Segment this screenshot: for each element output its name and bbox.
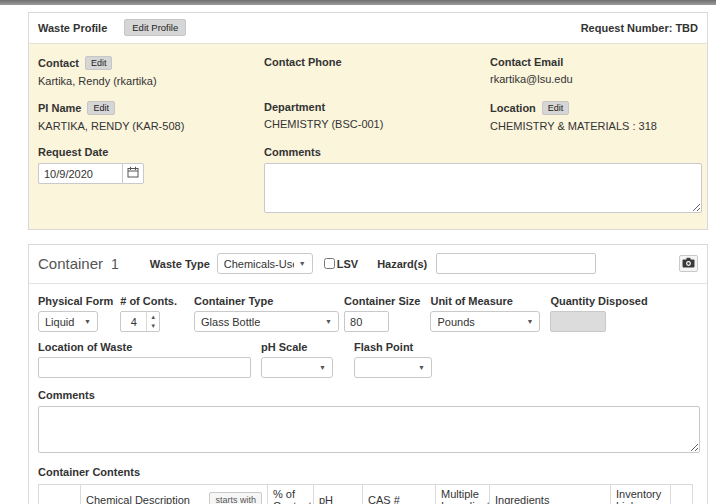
location-of-waste-field: Location of Waste — [38, 341, 251, 378]
waste-type-label: Waste Type — [150, 258, 210, 270]
hazards-label: Hazard(s) — [377, 258, 427, 270]
flash-point-field: Flash Point ▼ — [354, 341, 432, 378]
quantity-disposed-label: Quantity Disposed — [550, 295, 647, 307]
profile-comments-textarea[interactable] — [264, 163, 702, 213]
spinner-up-icon[interactable]: ▲ — [147, 312, 159, 322]
container-comments-label: Comments — [38, 389, 698, 401]
container-header: Container 1 Waste Type Chemicals-Used ▼ … — [29, 245, 707, 284]
contact-phone-field: Contact Phone — [264, 56, 490, 87]
spinner-down-icon[interactable]: ▼ — [147, 322, 159, 332]
department-field: Department CHEMISTRY (BSC-001) — [264, 101, 490, 132]
camera-icon — [682, 256, 695, 271]
profile-comments-label: Comments — [264, 146, 321, 158]
ph-scale-select[interactable]: ▼ — [261, 357, 333, 378]
chevron-down-icon: ▼ — [325, 318, 332, 325]
location-label: Location — [490, 102, 536, 114]
waste-profile-header: Waste Profile Edit Profile Request Numbe… — [29, 13, 707, 43]
edit-profile-button[interactable]: Edit Profile — [124, 19, 186, 36]
num-conts-value: 4 — [121, 312, 146, 331]
request-date-input[interactable] — [38, 163, 122, 184]
container-type-field: Container Type Glass Bottle ▼ — [194, 295, 339, 332]
container-comments-textarea[interactable] — [38, 406, 700, 453]
container-body: Physical Form Liquid ▼ # of Conts. 4 ▲ ▼… — [29, 284, 707, 504]
container-size-label: Container Size — [344, 295, 420, 307]
location-edit-button[interactable]: Edit — [542, 101, 570, 115]
profile-comments-field: Comments — [264, 146, 698, 213]
top-divider-bar — [0, 0, 716, 5]
flash-point-select[interactable]: ▼ — [354, 357, 432, 378]
container-type-label: Container Type — [194, 295, 339, 307]
location-of-waste-input[interactable] — [38, 357, 251, 378]
waste-type-value: Chemicals-Used — [224, 258, 294, 270]
container-panel: Container 1 Waste Type Chemicals-Used ▼ … — [28, 244, 708, 504]
physical-form-value: Liquid — [45, 316, 79, 328]
container-type-value: Glass Bottle — [201, 316, 320, 328]
column-header-percent-of-content: % of Content — [268, 485, 314, 504]
calendar-button[interactable] — [122, 163, 144, 184]
physical-form-select[interactable]: Liquid ▼ — [38, 311, 98, 332]
num-conts-label: # of Conts. — [120, 295, 177, 307]
waste-type-select[interactable]: Chemicals-Used ▼ — [217, 253, 313, 274]
location-of-waste-label: Location of Waste — [38, 341, 251, 353]
contact-value: Kartika, Rendy (rkartika) — [38, 75, 264, 87]
table-scrollbar-header — [671, 485, 693, 504]
column-header-cas: CAS # — [363, 485, 436, 504]
waste-profile-panel: Waste Profile Edit Profile Request Numbe… — [28, 12, 708, 230]
contact-email-value: rkartika@lsu.edu — [490, 73, 698, 85]
unit-of-measure-value: Pounds — [437, 316, 521, 328]
container-type-select[interactable]: Glass Bottle ▼ — [194, 311, 339, 332]
pi-name-label: PI Name — [38, 102, 81, 114]
starts-with-button[interactable]: starts with — [209, 492, 262, 504]
unit-of-measure-label: Unit of Measure — [430, 295, 540, 307]
container-title: Container — [38, 255, 103, 272]
unit-of-measure-field: Unit of Measure Pounds ▼ — [430, 295, 540, 332]
flash-point-label: Flash Point — [354, 341, 432, 353]
chevron-down-icon: ▼ — [527, 318, 534, 325]
num-conts-stepper[interactable]: 4 ▲ ▼ — [120, 311, 160, 332]
camera-button[interactable] — [679, 255, 698, 272]
num-conts-field: # of Conts. 4 ▲ ▼ — [120, 295, 177, 332]
location-value: CHEMISTRY & MATERIALS : 318 — [490, 120, 698, 132]
location-field: Location Edit CHEMISTRY & MATERIALS : 31… — [490, 101, 698, 132]
request-date-label: Request Date — [38, 146, 108, 158]
table-header-row: Chemical Description starts with % of Co… — [39, 485, 693, 504]
physical-form-field: Physical Form Liquid ▼ — [38, 295, 113, 332]
column-header-inventory-link: Inventory Link — [611, 485, 671, 504]
unit-of-measure-select[interactable]: Pounds ▼ — [430, 311, 540, 332]
department-value: CHEMISTRY (BSC-001) — [264, 118, 490, 130]
ph-scale-label: pH Scale — [261, 341, 333, 353]
lsv-checkbox[interactable] — [324, 258, 335, 269]
contact-email-label: Contact Email — [490, 56, 563, 68]
container-contents-label: Container Contents — [38, 466, 698, 478]
contact-label: Contact — [38, 57, 79, 69]
chevron-down-icon: ▼ — [299, 260, 306, 267]
hazards-input[interactable] — [436, 253, 596, 274]
chevron-down-icon: ▼ — [319, 364, 326, 371]
pi-name-field: PI Name Edit KARTIKA, RENDY (KAR-508) — [38, 101, 264, 132]
quantity-disposed-field: Quantity Disposed — [550, 295, 647, 332]
column-header-chemical-description: Chemical Description starts with — [81, 485, 268, 504]
pi-name-edit-button[interactable]: Edit — [87, 101, 115, 115]
waste-profile-body: Contact Edit Kartika, Rendy (rkartika) C… — [29, 43, 707, 229]
lsv-label: LSV — [337, 258, 358, 270]
chevron-down-icon: ▼ — [418, 364, 425, 371]
chevron-down-icon: ▼ — [84, 318, 91, 325]
calendar-icon — [127, 166, 139, 181]
column-header-multiple-ingredients: Multiple Ingredients — [436, 485, 490, 504]
column-header-ingredients: Ingredients — [490, 485, 611, 504]
container-number: 1 — [111, 256, 119, 272]
contact-phone-label: Contact Phone — [264, 56, 342, 68]
ph-scale-field: pH Scale ▼ — [261, 341, 333, 378]
physical-form-label: Physical Form — [38, 295, 113, 307]
container-size-field: Container Size — [344, 295, 420, 332]
contact-edit-button[interactable]: Edit — [85, 56, 113, 70]
contact-phone-value — [264, 73, 490, 85]
request-number: Request Number: TBD — [581, 22, 698, 34]
column-header-selector — [39, 485, 81, 504]
contact-field: Contact Edit Kartika, Rendy (rkartika) — [38, 56, 264, 87]
column-header-ph: pH — [314, 485, 363, 504]
container-size-input[interactable] — [344, 311, 389, 332]
department-label: Department — [264, 101, 325, 113]
page-title: Waste Profile — [38, 22, 107, 34]
container-contents-table: Chemical Description starts with % of Co… — [38, 484, 693, 504]
